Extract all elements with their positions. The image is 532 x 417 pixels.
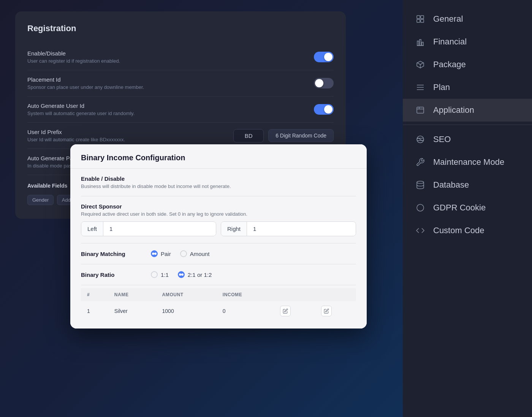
- setting-row-placement: Placement Id Sponsor can place user unde…: [27, 70, 334, 96]
- ratio-1-1[interactable]: 1:1: [151, 271, 169, 278]
- sidebar-label-database: Database: [433, 180, 469, 190]
- edit-button-1[interactable]: [280, 306, 291, 316]
- sidebar-item-gdpr[interactable]: GDPR Cookie: [403, 196, 532, 219]
- col-header-name: NAME: [108, 288, 156, 301]
- svg-point-18: [417, 181, 424, 183]
- sidebar-label-custom: Custom Code: [433, 226, 484, 235]
- svg-rect-12: [417, 107, 424, 113]
- modal-enable-section: Enable / Disable Business will distribut…: [81, 169, 356, 196]
- seo-icon: [415, 134, 426, 145]
- toggle-placement[interactable]: [314, 78, 334, 88]
- binary-income-modal: Binary Income Configuration Enable / Dis…: [70, 144, 367, 329]
- sidebar-item-application[interactable]: Application: [403, 99, 532, 122]
- toggle-thumb-autogen: [324, 105, 332, 114]
- setting-desc-placement: Sponsor can place user under any downlin…: [27, 84, 144, 90]
- table-row: 1 Silver 1000 0: [81, 301, 356, 321]
- sidebar-label-gdpr: GDPR Cookie: [433, 203, 486, 213]
- row-action2: [315, 301, 356, 321]
- prefix-desc: User Id will automatic create like BDxxx…: [27, 137, 125, 142]
- binary-income-table: # NAME AMOUNT INCOME 1 Silver 1000 0: [81, 288, 356, 321]
- setting-desc-autogen: System will automatic generate user id r…: [27, 111, 135, 116]
- sidebar-label-general: General: [433, 14, 463, 24]
- general-icon: [415, 14, 426, 24]
- binary-matching-label: Binary Matching: [81, 251, 142, 257]
- sidebar-item-maintenance[interactable]: Maintenance Mode: [403, 151, 532, 174]
- modal-body: Enable / Disable Business will distribut…: [70, 169, 367, 329]
- svg-rect-0: [417, 16, 420, 19]
- financial-icon: [415, 36, 426, 47]
- sidebar-item-seo[interactable]: SEO: [403, 128, 532, 151]
- field-badge-gender[interactable]: Gender: [27, 195, 54, 205]
- sidebar-item-package[interactable]: Package: [403, 53, 532, 76]
- modal-title: Binary Income Configuration: [81, 153, 356, 162]
- modal-enable-desc: Business will distribute in disable mode…: [81, 183, 356, 189]
- sidebar-label-application: Application: [433, 105, 474, 115]
- prefix-inputs: 6 Digit Random Code: [233, 129, 334, 142]
- database-icon: [415, 180, 426, 190]
- ratio-2-1[interactable]: 2:1 or 1:2: [178, 271, 212, 278]
- svg-rect-1: [417, 19, 420, 22]
- svg-point-19: [417, 204, 424, 211]
- row-income: 0: [217, 301, 274, 321]
- prefix-name: User Id Prefix: [27, 129, 125, 135]
- sponsor-right-label: Right: [221, 222, 247, 236]
- sponsor-left-group: Left: [81, 221, 216, 236]
- sidebar-item-custom[interactable]: Custom Code: [403, 219, 532, 242]
- setting-desc-enable: User can register id if registration ena…: [27, 58, 120, 64]
- row-name: Silver: [108, 301, 156, 321]
- toggle-thumb-placement: [315, 79, 323, 87]
- toggle-enable[interactable]: [314, 52, 334, 62]
- modal-header: Binary Income Configuration: [70, 144, 367, 169]
- row-num: 1: [81, 301, 108, 321]
- prefix-code-button[interactable]: 6 Digit Random Code: [268, 129, 334, 142]
- package-icon: [415, 59, 426, 70]
- row-action1: [274, 301, 315, 321]
- setting-row-autogen: Auto Generate User Id System will automa…: [27, 96, 334, 123]
- toggle-autogen[interactable]: [314, 104, 334, 115]
- svg-rect-2: [421, 16, 424, 19]
- radio-btn-amount[interactable]: [180, 250, 187, 257]
- binary-ratio-row: Binary Ratio 1:1 2:1 or 1:2: [81, 264, 356, 285]
- modal-sponsor-desc: Required active direct user in both side…: [81, 211, 356, 217]
- radio-label-ratio-2-1: 2:1 or 1:2: [188, 272, 212, 278]
- svg-rect-3: [421, 19, 424, 22]
- sponsor-left-input[interactable]: [103, 222, 216, 236]
- radio-label-ratio-1-1: 1:1: [161, 272, 169, 278]
- radio-btn-pair[interactable]: [151, 250, 158, 257]
- setting-name-autogen: Auto Generate User Id: [27, 103, 135, 109]
- modal-direct-sponsor-section: Direct Sponsor Required active direct us…: [81, 196, 356, 243]
- sidebar: General Financial Package: [403, 0, 532, 417]
- row-amount: 1000: [156, 301, 217, 321]
- edit-button-2[interactable]: [321, 306, 332, 316]
- sidebar-item-database[interactable]: Database: [403, 174, 532, 196]
- maintenance-icon: [415, 157, 426, 167]
- sidebar-item-financial[interactable]: Financial: [403, 30, 532, 53]
- radio-amount[interactable]: Amount: [180, 250, 210, 257]
- sidebar-item-plan[interactable]: Plan: [403, 76, 532, 99]
- sidebar-label-seo: SEO: [433, 134, 451, 144]
- binary-matching-row: Binary Matching Pair Amount: [81, 243, 356, 264]
- radio-btn-ratio-2-1[interactable]: [178, 271, 185, 278]
- radio-pair[interactable]: Pair: [151, 250, 171, 257]
- sidebar-label-maintenance: Maintenance Mode: [433, 157, 504, 167]
- radio-btn-ratio-1-1[interactable]: [151, 271, 158, 278]
- sponsor-right-input[interactable]: [247, 222, 356, 236]
- gdpr-icon: [415, 202, 426, 213]
- radio-label-amount: Amount: [190, 251, 210, 257]
- custom-icon: [415, 225, 426, 236]
- toggle-thumb-enable: [324, 53, 332, 61]
- sidebar-label-plan: Plan: [433, 82, 450, 92]
- col-header-action1: [274, 288, 315, 301]
- setting-name-placement: Placement Id: [27, 76, 144, 83]
- prefix-value-input[interactable]: [233, 129, 264, 142]
- setting-name-enable: Enable/Disable: [27, 50, 120, 57]
- col-header-num: #: [81, 288, 108, 301]
- svg-rect-5: [417, 41, 419, 46]
- sidebar-item-general[interactable]: General: [403, 8, 532, 30]
- modal-sponsor-title: Direct Sponsor: [81, 203, 356, 210]
- svg-rect-7: [422, 42, 423, 46]
- col-header-income: INCOME: [217, 288, 274, 301]
- sponsor-inputs: Left Right: [81, 221, 356, 236]
- sidebar-label-financial: Financial: [433, 37, 467, 47]
- radio-label-pair: Pair: [161, 251, 171, 257]
